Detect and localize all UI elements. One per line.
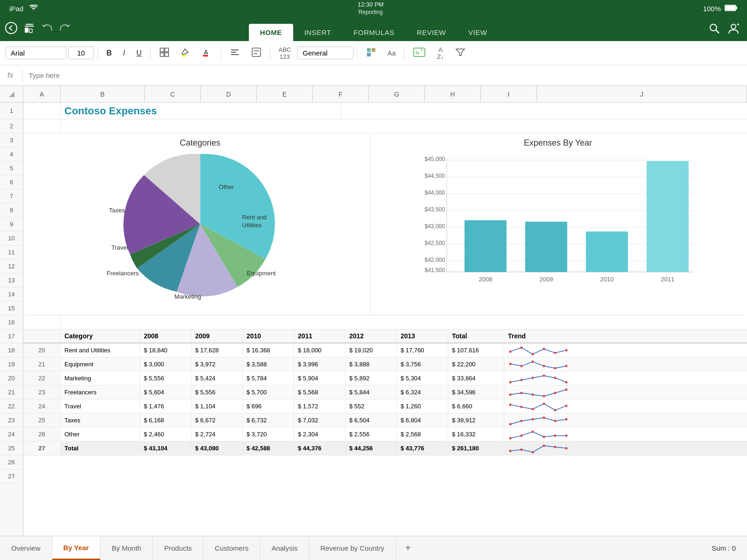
filter-button[interactable] <box>451 45 470 62</box>
font-selector[interactable] <box>6 47 66 59</box>
row-num-14[interactable]: 14 <box>0 287 23 301</box>
cell-borders-button[interactable] <box>155 45 174 62</box>
undo-button[interactable] <box>41 22 53 37</box>
col-header-e[interactable]: E <box>257 86 313 102</box>
cell-a1[interactable] <box>23 103 61 119</box>
number-format-dropdown[interactable] <box>297 47 353 59</box>
italic-button[interactable]: I <box>119 47 130 60</box>
row-num-19[interactable]: 19 <box>0 357 23 371</box>
row-num-22[interactable]: 22 <box>0 399 23 413</box>
pie-label-rent1: Rent and <box>242 214 267 221</box>
spell-check-button[interactable]: ABC123 <box>274 44 296 63</box>
sheet-tab-customers[interactable]: Customers <box>204 536 261 560</box>
redo-button[interactable] <box>59 22 71 37</box>
col-header-i[interactable]: I <box>481 86 537 102</box>
row-num-18[interactable]: 18 <box>0 343 23 357</box>
col-header-c[interactable]: C <box>145 86 201 102</box>
row-num-2[interactable]: 2 <box>0 119 23 133</box>
row-num-7[interactable]: 7 <box>0 189 23 203</box>
row-num-5[interactable]: 5 <box>0 161 23 175</box>
col-header-f[interactable]: F <box>313 86 369 102</box>
fill-color-button[interactable] <box>176 45 196 62</box>
col-header-g[interactable]: G <box>369 86 425 102</box>
corner-cell <box>0 86 23 102</box>
row-num-11[interactable]: 11 <box>0 245 23 259</box>
col-header-j[interactable]: J <box>537 86 747 102</box>
sheet-tab-overview[interactable]: Overview <box>0 536 52 560</box>
row-num-13[interactable]: 13 <box>0 273 23 287</box>
row-num-17[interactable]: 17 <box>0 329 23 343</box>
font-size-input[interactable] <box>68 47 94 59</box>
table-row[interactable]: 25 Taxes $ 6,168 $ 6,672 $ 6,732 $ 7,032… <box>23 413 747 427</box>
col-header-a[interactable]: A <box>23 86 61 102</box>
svg-rect-26 <box>372 48 375 52</box>
row-num-4[interactable]: 4 <box>0 147 23 161</box>
sheet-tab-bymonth[interactable]: By Month <box>100 536 153 560</box>
cell-rest-1[interactable] <box>341 103 747 119</box>
row-18[interactable] <box>23 315 747 329</box>
col-header-h[interactable]: H <box>425 86 481 102</box>
sort-button[interactable]: AZ↓ <box>432 44 448 63</box>
cell-b1[interactable]: Contoso Expenses <box>61 103 341 119</box>
sheet-tab-analysis[interactable]: Analysis <box>260 536 309 560</box>
row-num-3[interactable]: 3 <box>0 133 23 147</box>
row-num-26[interactable]: 26 <box>0 455 23 469</box>
formula-input[interactable] <box>28 71 740 79</box>
tab-formulas[interactable]: FORMULAS <box>342 24 405 41</box>
row-num-8[interactable]: 8 <box>0 203 23 217</box>
cell-category: Taxes <box>61 413 140 427</box>
text-wrap-button[interactable]: Aa <box>383 47 400 59</box>
pie-chart-svg: Other Rent and Utilities Equipment Marke… <box>35 152 366 301</box>
table-row[interactable]: 27 Total $ 43,104 $ 43,080 $ 42,588 $ 44… <box>23 441 747 455</box>
row-num-15[interactable]: 15 <box>0 301 23 315</box>
sheet-tab-revenue[interactable]: Revenue by Country <box>309 536 396 560</box>
underline-button[interactable]: U <box>132 47 147 60</box>
tab-home[interactable]: HOME <box>249 24 293 41</box>
sheet-tab-products[interactable]: Products <box>153 536 204 560</box>
font-color-button[interactable]: A <box>197 45 217 62</box>
conditional-format-button[interactable] <box>361 45 381 62</box>
row-num-25[interactable]: 25 <box>0 441 23 455</box>
col-header-d[interactable]: D <box>201 86 257 102</box>
row-num-27[interactable]: 27 <box>0 469 23 483</box>
tab-review[interactable]: REVIEW <box>406 24 457 41</box>
row-numbers: 1 2 3 4 5 6 7 8 9 10 11 12 13 14 15 16 1… <box>0 103 23 536</box>
home-button[interactable] <box>23 22 35 37</box>
header-total: Total <box>448 329 504 343</box>
table-row[interactable]: 20 Rent and Utilities $ 18,840 $ 17,628 … <box>23 343 747 357</box>
table-row[interactable]: 21 Equipment $ 3,000 $ 3,972 $ 3,588 $ 3… <box>23 357 747 371</box>
row-num-23[interactable]: 23 <box>0 413 23 427</box>
row-num-16[interactable]: 16 <box>0 315 23 329</box>
row-1[interactable]: Contoso Expenses <box>23 103 747 119</box>
row-num-1[interactable]: 1 <box>0 103 23 119</box>
table-row[interactable]: 23 Freelancers $ 5,604 $ 5,556 $ 5,700 $… <box>23 385 747 399</box>
table-row[interactable]: 22 Marketing $ 5,556 $ 5,424 $ 5,784 $ 5… <box>23 371 747 385</box>
divider2 <box>150 47 151 60</box>
insert-function-button[interactable]: fx+ <box>408 45 430 62</box>
tab-view[interactable]: VIEW <box>457 24 498 41</box>
align-button[interactable] <box>225 45 245 62</box>
row-num-9[interactable]: 9 <box>0 217 23 231</box>
row-num-12[interactable]: 12 <box>0 259 23 273</box>
table-row[interactable]: 26 Other $ 2,460 $ 2,724 $ 3,720 $ 2,304… <box>23 427 747 441</box>
add-sheet-button[interactable]: + <box>396 536 420 560</box>
wrap-button[interactable] <box>247 45 266 62</box>
bold-button[interactable]: B <box>102 47 117 60</box>
account-button[interactable]: + <box>727 22 740 36</box>
back-button[interactable] <box>5 21 18 37</box>
svg-text:$41,500: $41,500 <box>425 267 445 273</box>
svg-rect-2 <box>725 6 735 10</box>
row-num-21[interactable]: 21 <box>0 385 23 399</box>
row-num-24[interactable]: 24 <box>0 427 23 441</box>
tab-insert[interactable]: INSERT <box>293 24 343 41</box>
row-num-20[interactable]: 20 <box>0 371 23 385</box>
row-num-10[interactable]: 10 <box>0 231 23 245</box>
col-header-b[interactable]: B <box>61 86 145 102</box>
row-num-6[interactable]: 6 <box>0 175 23 189</box>
table-row[interactable]: 24 Travel $ 1,476 $ 1,104 $ 696 $ 1,572 … <box>23 399 747 413</box>
svg-point-63 <box>532 360 534 363</box>
row-2[interactable] <box>23 119 747 133</box>
svg-point-55 <box>509 350 512 352</box>
search-button[interactable] <box>709 23 720 36</box>
sheet-tab-byyear[interactable]: By Year <box>52 536 101 560</box>
